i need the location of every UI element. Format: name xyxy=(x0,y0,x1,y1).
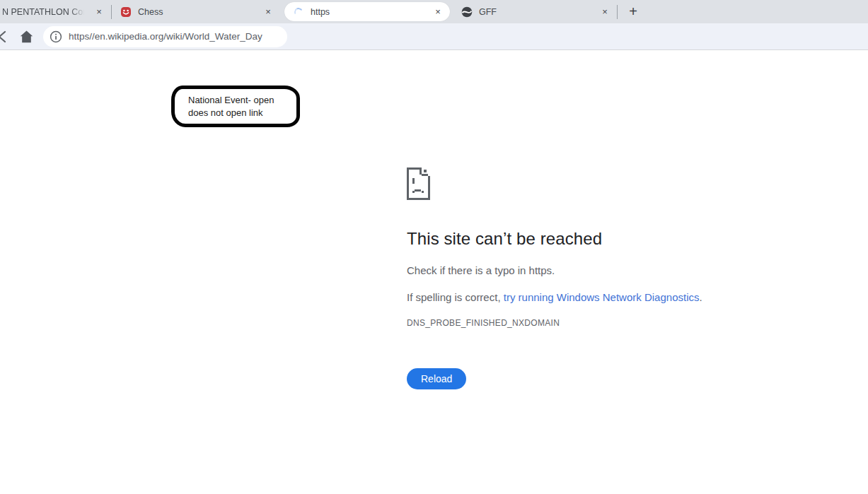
tab-pentathlon[interactable]: N PENTATHLON Compet × xyxy=(0,0,111,23)
tab-label: GFF xyxy=(479,7,593,17)
tab-label: https xyxy=(311,7,426,17)
url-text[interactable]: https//en.wikipedia.org/wiki/World_Water… xyxy=(69,31,262,42)
new-tab-button[interactable]: + xyxy=(624,3,642,21)
error-title: This site can’t be reached xyxy=(407,229,775,249)
tab-https-active[interactable]: https × xyxy=(284,2,450,21)
tab-chess[interactable]: Chess × xyxy=(112,0,280,23)
chess-favicon-icon xyxy=(120,6,132,18)
message-prefix: If spelling is correct, xyxy=(407,291,504,303)
home-button[interactable] xyxy=(18,29,34,45)
close-tab-icon[interactable]: × xyxy=(432,6,444,18)
tab-label: N PENTATHLON Compet xyxy=(2,7,87,17)
close-tab-icon[interactable]: × xyxy=(93,6,105,18)
error-page: This site can’t be reached Check if ther… xyxy=(407,167,775,389)
page-content: National Event- open does not open link … xyxy=(0,50,868,493)
hand-drawn-annotation: National Event- open does not open link xyxy=(171,86,300,127)
back-button[interactable] xyxy=(0,29,10,45)
close-tab-icon[interactable]: × xyxy=(598,6,611,18)
address-bar[interactable]: https//en.wikipedia.org/wiki/World_Water… xyxy=(43,26,287,47)
tab-label: Chess xyxy=(138,7,256,17)
message-suffix: . xyxy=(700,291,702,303)
annotation-text-line2: does not open link xyxy=(188,107,296,119)
reload-button[interactable]: Reload xyxy=(407,368,466,389)
error-message-typo: Check if there is a typo in https. xyxy=(407,263,775,278)
annotation-text-line1: National Event- open xyxy=(188,94,296,107)
network-diagnostics-link[interactable]: try running Windows Network Diagnostics xyxy=(504,291,700,303)
close-tab-icon[interactable]: × xyxy=(262,6,274,18)
tab-divider xyxy=(617,5,618,19)
back-icon xyxy=(0,30,10,44)
home-icon xyxy=(20,30,33,43)
tab-strip: N PENTATHLON Compet × Chess × https × GF… xyxy=(0,0,868,23)
sad-file-icon xyxy=(407,167,430,200)
info-icon[interactable] xyxy=(50,30,62,43)
error-message-spelling: If spelling is correct, try running Wind… xyxy=(407,290,775,305)
loading-spinner-icon xyxy=(294,6,304,17)
globe-favicon-icon xyxy=(461,6,473,18)
error-code: DNS_PROBE_FINISHED_NXDOMAIN xyxy=(407,318,775,328)
tab-gff[interactable]: GFF × xyxy=(454,0,617,23)
browser-toolbar: https//en.wikipedia.org/wiki/World_Water… xyxy=(0,23,868,50)
